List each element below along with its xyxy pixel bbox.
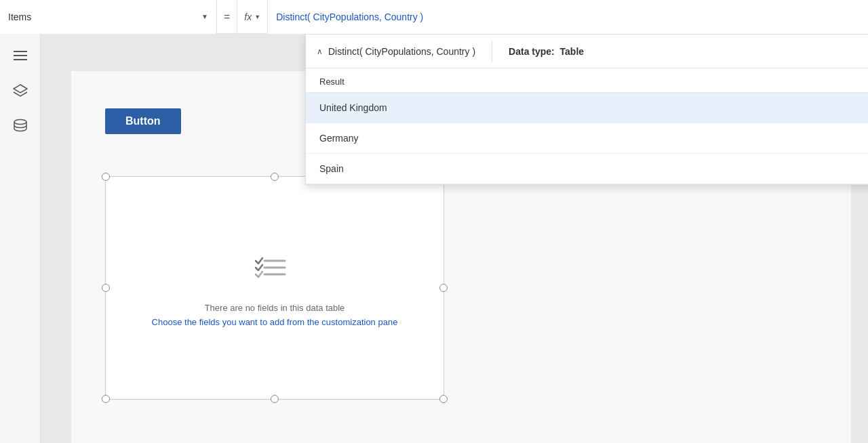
svg-point-3: [14, 120, 26, 125]
dropdown-item-germany[interactable]: Germany: [306, 123, 868, 154]
gallery-no-fields-text: There are no fields in this data table: [205, 303, 345, 313]
hamburger-menu-icon[interactable]: [9, 45, 31, 66]
datatype-label: Data type:: [509, 46, 555, 57]
database-icon[interactable]: [9, 115, 31, 137]
dropdown-result-header: Result: [306, 68, 868, 93]
formula-bar[interactable]: [268, 0, 868, 34]
handle-mid-right[interactable]: [439, 284, 448, 292]
formula-icon-button[interactable]: fx ▼: [237, 0, 268, 34]
items-label: Items: [8, 12, 31, 22]
fx-icon: fx: [244, 12, 252, 22]
layers-icon[interactable]: [9, 80, 31, 102]
gallery-choose-fields-link[interactable]: Choose the fields you want to add from t…: [152, 317, 398, 327]
gallery-widget: There are no fields in this data table C…: [105, 176, 444, 400]
formula-chevron-icon: ▼: [254, 14, 260, 20]
handle-top-left[interactable]: [102, 173, 110, 181]
dropdown-item-spain[interactable]: Spain: [306, 154, 868, 184]
main-layout: Button There are no fields in this data …: [0, 34, 868, 443]
svg-rect-2: [14, 59, 27, 60]
items-dropdown[interactable]: Items ▼: [0, 0, 217, 34]
collapse-icon[interactable]: ∧: [317, 47, 323, 56]
svg-rect-0: [14, 51, 27, 52]
handle-bottom-center[interactable]: [271, 395, 279, 403]
dropdown-datatype: Data type: Table: [509, 46, 584, 57]
svg-rect-1: [14, 55, 27, 56]
equals-sign: =: [217, 0, 237, 34]
handle-bottom-left[interactable]: [102, 395, 110, 403]
dropdown-formula-text: Distinct( CityPopulations, Country ): [328, 46, 475, 57]
formula-dropdown: ∧ Distinct( CityPopulations, Country ) D…: [305, 34, 868, 185]
chevron-down-icon: ▼: [201, 13, 208, 20]
gallery-content: There are no fields in this data table C…: [106, 177, 443, 399]
canvas-area: Button There are no fields in this data …: [41, 34, 868, 443]
dropdown-item-uk[interactable]: United Kingdom: [306, 93, 868, 123]
datatype-value: Table: [560, 46, 585, 57]
top-bar: Items ▼ = fx ▼: [0, 0, 868, 34]
dropdown-header: ∧ Distinct( CityPopulations, Country ) D…: [306, 35, 868, 68]
left-sidebar: [0, 34, 41, 443]
button-widget[interactable]: Button: [105, 108, 181, 134]
handle-top-center[interactable]: [271, 173, 279, 181]
handle-bottom-right[interactable]: [439, 395, 448, 403]
handle-mid-left[interactable]: [102, 284, 110, 292]
checklist-icon: [248, 249, 302, 292]
dropdown-divider: [492, 41, 492, 62]
formula-input[interactable]: [276, 12, 860, 22]
